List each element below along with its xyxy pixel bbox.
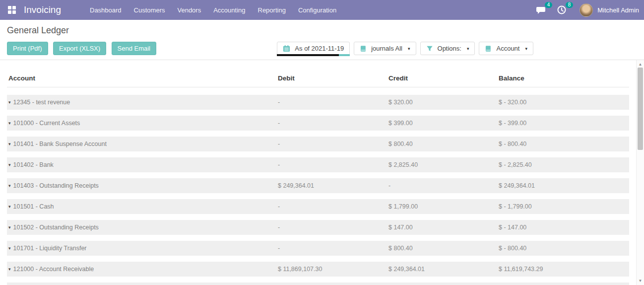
activities-button[interactable]: 8 — [557, 5, 567, 15]
page-title: General Ledger — [7, 25, 637, 36]
nav-item-configuration[interactable]: Configuration — [298, 6, 336, 14]
table-header-row: Account Debit Credit Balance — [7, 60, 629, 87]
book-icon — [360, 45, 367, 52]
options-filter[interactable]: Options: ▾ — [420, 42, 475, 55]
report-buttons: Print (Pdf) Export (XLSX) Send Email — [7, 42, 159, 55]
debit-cell: - — [278, 203, 388, 210]
credit-cell: $ 800.40 — [388, 245, 499, 252]
chat-bubble-icon — [536, 5, 546, 15]
send-email-button[interactable]: Send Email — [112, 42, 156, 55]
main-menu: Dashboard Customers Vendors Accounting R… — [90, 6, 336, 14]
nav-item-reporting[interactable]: Reporting — [258, 6, 286, 14]
export-xlsx-button[interactable]: Export (XLSX) — [53, 42, 106, 55]
app-brand[interactable]: Invoicing — [24, 4, 61, 15]
table-row[interactable]: ▾ 101000 - Current Assets - $ 399.00 $ -… — [7, 116, 629, 131]
account-cell: 12345 - test revenue — [13, 99, 70, 106]
caret-down-icon[interactable]: ▾ — [8, 225, 11, 230]
debit-cell: - — [278, 120, 388, 127]
column-header-credit: Credit — [388, 74, 499, 82]
nav-item-dashboard[interactable]: Dashboard — [90, 6, 122, 14]
account-cell: 101701 - Liquidity Transfer — [13, 245, 87, 252]
scroll-up-arrow[interactable]: ▲ — [637, 62, 644, 67]
account-cell: 121000 - Account Receivable — [13, 266, 94, 273]
print-pdf-button[interactable]: Print (Pdf) — [7, 42, 48, 55]
account-filter-label: Account — [496, 45, 519, 52]
date-filter[interactable]: As of 2021-11-19 — [277, 42, 350, 55]
top-nav-bar: Invoicing Dashboard Customers Vendors Ac… — [0, 0, 644, 20]
column-header-balance: Balance — [499, 74, 629, 82]
table-row[interactable]: ▾ 101701 - Liquidity Transfer - $ 800.40… — [7, 241, 629, 256]
nav-item-vendors[interactable]: Vendors — [177, 6, 201, 14]
debit-cell: $ 11,869,107.30 — [278, 266, 388, 273]
journals-filter-label: journals All — [371, 45, 402, 52]
date-filter-label: As of 2021-11-19 — [295, 45, 344, 52]
chevron-down-icon: ▾ — [467, 46, 469, 51]
account-cell: 101401 - Bank Suspense Account — [13, 141, 107, 147]
debit-cell: - — [278, 141, 388, 147]
account-cell: 101402 - Bank — [13, 161, 54, 168]
control-panel: General Ledger Print (Pdf) Export (XLSX)… — [0, 20, 644, 60]
chevron-down-icon: ▾ — [408, 46, 410, 51]
book-icon — [485, 45, 492, 52]
report-filters: As of 2021-11-19 journals All ▾ Options:… — [277, 42, 533, 55]
options-filter-label: Options: — [438, 45, 461, 52]
chevron-down-icon: ▾ — [525, 46, 527, 51]
caret-down-icon[interactable]: ▾ — [8, 183, 11, 188]
account-filter[interactable]: Account ▾ — [479, 42, 533, 55]
apps-menu-icon[interactable] — [8, 6, 16, 14]
table-row[interactable]: ▾ 101502 - Outstanding Receipts - $ 147.… — [7, 220, 629, 235]
balance-cell: $ - 399.00 — [499, 120, 629, 127]
caret-down-icon[interactable]: ▾ — [8, 267, 11, 272]
nav-item-customers[interactable]: Customers — [134, 6, 165, 14]
table-row-partial — [7, 283, 629, 285]
balance-cell: $ - 800.40 — [499, 245, 629, 252]
journals-filter[interactable]: journals All ▾ — [354, 42, 416, 55]
vertical-scrollbar[interactable]: ▲ ▼ — [636, 60, 644, 285]
account-cell: 101501 - Cash — [13, 203, 54, 210]
table-row[interactable]: ▾ 12345 - test revenue - $ 320.00 $ - 32… — [7, 95, 629, 110]
ledger-rows: ▾ 12345 - test revenue - $ 320.00 $ - 32… — [7, 95, 629, 277]
scroll-down-arrow[interactable]: ▼ — [637, 279, 644, 283]
credit-cell: $ 147.00 — [388, 224, 499, 231]
ledger-table: Account Debit Credit Balance ▾ 12345 - t… — [7, 60, 629, 277]
nav-item-accounting[interactable]: Accounting — [213, 6, 245, 14]
caret-down-icon[interactable]: ▾ — [8, 100, 11, 105]
general-ledger-report: Account Debit Credit Balance ▾ 12345 - t… — [0, 60, 644, 285]
balance-cell: $ - 2,825.40 — [499, 161, 629, 168]
table-row[interactable]: ▾ 101501 - Cash - $ 1,799.00 $ - 1,799.0… — [7, 199, 629, 214]
calendar-icon — [283, 45, 290, 52]
caret-down-icon[interactable]: ▾ — [8, 162, 11, 167]
balance-cell: $ - 147.00 — [499, 224, 629, 231]
debit-cell: $ 249,364.01 — [278, 182, 388, 189]
column-header-debit: Debit — [278, 74, 388, 82]
scrollbar-thumb[interactable] — [638, 68, 643, 150]
caret-down-icon[interactable]: ▾ — [8, 246, 11, 251]
avatar — [580, 3, 593, 17]
table-row[interactable]: ▾ 101401 - Bank Suspense Account - $ 800… — [7, 137, 629, 151]
account-cell: 101502 - Outstanding Receipts — [13, 224, 99, 231]
clock-icon — [557, 5, 567, 15]
balance-cell: $ - 1,799.00 — [499, 203, 629, 210]
table-row[interactable]: ▾ 121000 - Account Receivable $ 11,869,1… — [7, 262, 629, 277]
table-row[interactable]: ▾ 101403 - Outstanding Receipts $ 249,36… — [7, 178, 629, 193]
filter-funnel-icon — [426, 45, 433, 52]
account-cell: 101000 - Current Assets — [13, 120, 80, 127]
user-name: Mitchell Admin — [597, 6, 639, 14]
activities-badge: 8 — [566, 2, 574, 8]
column-header-account: Account — [7, 74, 278, 82]
messages-button[interactable]: 4 — [536, 5, 546, 15]
caret-down-icon[interactable]: ▾ — [8, 142, 11, 146]
account-cell: 101403 - Outstanding Receipts — [13, 182, 99, 189]
credit-cell: $ 399.00 — [388, 120, 499, 127]
balance-cell: $ 11,619,743.29 — [499, 266, 629, 273]
caret-down-icon[interactable]: ▾ — [8, 204, 11, 209]
credit-cell: $ 800.40 — [388, 141, 499, 147]
debit-cell: - — [278, 245, 388, 252]
caret-down-icon[interactable]: ▾ — [8, 121, 11, 126]
balance-cell: $ 249,364.01 — [499, 182, 629, 189]
credit-cell: $ 249,364.01 — [388, 266, 499, 273]
messages-badge: 4 — [545, 2, 553, 8]
user-menu[interactable]: Mitchell Admin — [580, 3, 639, 17]
balance-cell: $ - 800.40 — [499, 141, 629, 147]
table-row[interactable]: ▾ 101402 - Bank - $ 2,825.40 $ - 2,825.4… — [7, 157, 629, 172]
